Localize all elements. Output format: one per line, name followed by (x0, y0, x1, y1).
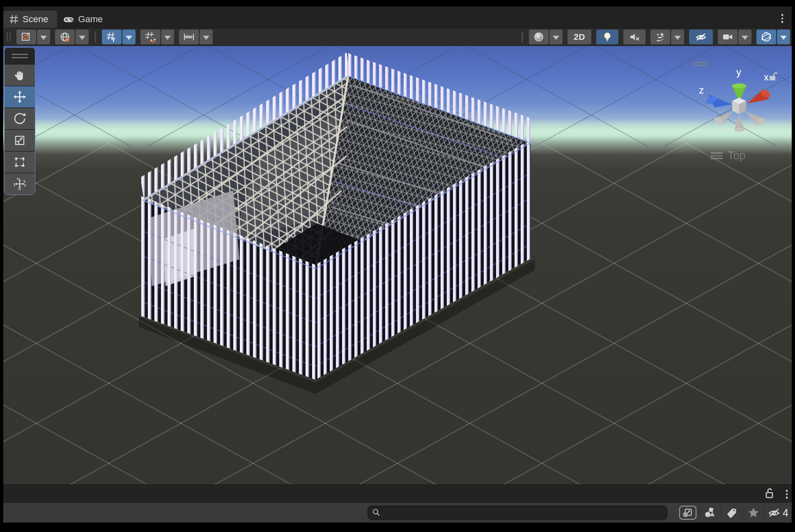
dashed-rect-handles-icon (14, 156, 26, 168)
hidden-objects-button[interactable]: 4 (765, 503, 791, 523)
audio-toggle-button[interactable] (623, 30, 646, 44)
cross-arrows-in-dashed-circle-icon (13, 177, 26, 190)
tab-scene[interactable]: Scene (3, 11, 57, 28)
filter-type-button[interactable] (699, 503, 721, 523)
shapes-cluster-icon (704, 507, 716, 519)
gizmos-button[interactable] (756, 30, 776, 44)
2d-toggle-button[interactable]: 2D (568, 30, 591, 44)
tools-overlay (4, 47, 35, 195)
chevron-down-icon (126, 36, 132, 40)
rect-tool-button[interactable] (5, 151, 35, 173)
draw-mode-button[interactable] (529, 30, 549, 44)
bottom-bar-kebab-icon[interactable] (786, 490, 788, 499)
speaker-muted-icon (629, 32, 640, 42)
view-label[interactable]: Top (710, 149, 746, 162)
increment-snap-dropdown[interactable] (200, 30, 213, 44)
tools-overlay-drag-handle[interactable] (5, 48, 35, 64)
scale-tool-button[interactable] (5, 130, 35, 151)
view-tool-button[interactable] (5, 64, 35, 86)
grid-snapping-button[interactable] (140, 30, 160, 44)
grid-snapping-group (140, 30, 174, 44)
scene-3d-model: y x z (3, 46, 792, 484)
filter-label-button[interactable] (721, 503, 742, 523)
tool-context-group (16, 30, 50, 44)
lock-icon[interactable] (765, 487, 775, 501)
search-icon (372, 508, 380, 518)
hidden-count: 4 (783, 507, 788, 519)
gizmo-z-label: z (699, 85, 704, 96)
view-label-menu-icon (710, 151, 723, 161)
gizmo-y-label: y (736, 66, 741, 78)
gizmos-dropdown[interactable] (777, 30, 790, 44)
cross-arrows-icon (13, 90, 26, 103)
popout-icon (682, 507, 693, 518)
chevron-down-icon (742, 36, 748, 40)
toolbar-drag-handle[interactable] (7, 32, 11, 41)
favorites-button[interactable] (743, 503, 764, 523)
square-diagonal-arrow-icon (14, 134, 26, 147)
tab-game-label: Game (78, 14, 103, 25)
grid-axis-dropdown[interactable] (122, 30, 136, 44)
orientation-gizmo[interactable]: y x z (699, 66, 772, 132)
chevron-down-icon (203, 36, 209, 40)
draw-mode-dropdown[interactable] (549, 30, 563, 44)
camera-settings-group (718, 30, 751, 44)
increment-snap-group (179, 30, 213, 44)
grid-axis-button[interactable]: Y (102, 30, 122, 44)
orbit-sphere-icon (761, 31, 772, 43)
gizmo-x-axis[interactable] (747, 88, 772, 103)
handle-orientation-button[interactable] (55, 30, 75, 44)
effects-button[interactable] (650, 30, 670, 44)
increment-snap-button[interactable] (179, 30, 199, 44)
chevron-down-icon (674, 36, 681, 40)
eye-slash-icon (767, 507, 781, 518)
chevron-down-icon (780, 36, 787, 40)
circular-arrows-icon (13, 112, 26, 125)
tab-scene-label: Scene (23, 14, 48, 25)
handle-orientation-dropdown[interactable] (76, 30, 89, 44)
handle-orientation-group (55, 30, 89, 44)
toolbar-separator (522, 32, 523, 42)
popout-button[interactable] (679, 506, 696, 520)
scene-grid-icon (9, 14, 19, 24)
gizmo-z-axis[interactable] (705, 94, 732, 108)
draw-mode-group (529, 30, 563, 44)
search-input[interactable] (384, 509, 663, 518)
camera-settings-dropdown[interactable] (738, 30, 751, 44)
tool-context-button[interactable] (16, 30, 36, 44)
scene-lighting-button[interactable] (596, 30, 618, 44)
search-box[interactable] (368, 506, 667, 520)
chevron-down-icon (79, 36, 85, 40)
transform-tool-button[interactable] (5, 173, 35, 195)
tag-icon (726, 507, 738, 518)
tab-game[interactable]: Game (57, 11, 112, 28)
scene-visibility-button[interactable] (689, 30, 713, 44)
bottom-bar (3, 484, 792, 503)
scene-viewport[interactable]: y x z (3, 46, 792, 484)
rotate-tool-button[interactable] (5, 108, 35, 129)
tab-menu-kebab-icon[interactable] (778, 12, 787, 25)
light-bulb-icon (602, 32, 612, 42)
effects-group (650, 30, 684, 44)
move-tool-button[interactable] (5, 86, 35, 108)
tab-bar: Scene Game (3, 7, 792, 28)
unity-scene-window: Scene Game (3, 7, 792, 523)
camera-settings-button[interactable] (718, 30, 738, 44)
gizmo-cube[interactable] (732, 98, 746, 114)
grid-snapping-dropdown[interactable] (161, 30, 174, 44)
chevron-down-icon (553, 36, 559, 40)
gizmo-lock-icon[interactable] (768, 71, 778, 84)
star-icon (747, 507, 760, 519)
camera-icon (722, 32, 733, 42)
gizmos-group (756, 30, 790, 44)
filter-bar: 4 (3, 503, 792, 523)
gizmo-overlay-drag-handle[interactable] (693, 62, 708, 66)
grid-axis-group: Y (102, 30, 136, 44)
gamepad-icon (63, 14, 74, 24)
effects-dropdown[interactable] (671, 30, 684, 44)
svg-text:Y: Y (112, 37, 115, 43)
sparkles-icon (655, 32, 666, 42)
chevron-down-icon (40, 36, 47, 40)
tool-context-dropdown[interactable] (37, 30, 50, 44)
eye-slash-icon (695, 32, 707, 42)
